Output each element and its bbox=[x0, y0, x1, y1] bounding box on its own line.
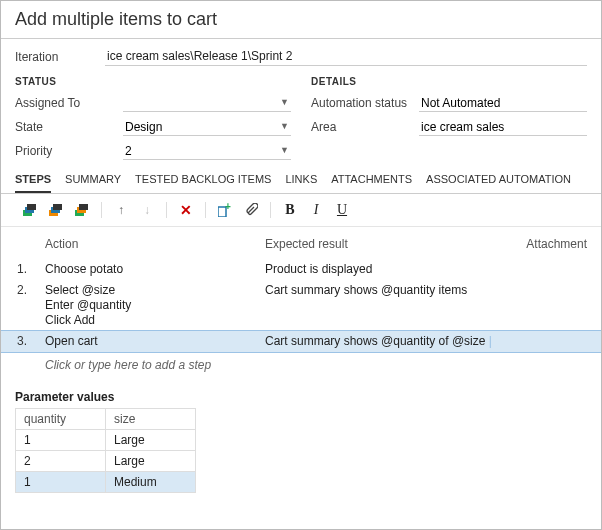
add-parameter-icon[interactable]: + bbox=[214, 200, 236, 220]
separator bbox=[166, 202, 167, 218]
area-input[interactable] bbox=[419, 119, 587, 136]
step-action[interactable]: Select @sizeEnter @quantityClick Add bbox=[45, 283, 265, 328]
param-row-selected[interactable]: 1 Medium bbox=[16, 472, 196, 493]
param-col-size[interactable]: size bbox=[106, 409, 196, 430]
details-heading: DETAILS bbox=[311, 76, 587, 87]
assigned-to-label: Assigned To bbox=[15, 96, 123, 110]
tab-attachments[interactable]: ATTACHMENTS bbox=[331, 173, 412, 193]
assigned-to-input[interactable] bbox=[123, 95, 291, 112]
status-heading: STATUS bbox=[15, 76, 291, 87]
parameter-values-heading: Parameter values bbox=[15, 390, 587, 404]
step-row-selected[interactable]: 3. Open cart Cart summary shows @quantit… bbox=[1, 331, 601, 352]
separator bbox=[270, 202, 271, 218]
param-row[interactable]: 2 Large bbox=[16, 451, 196, 472]
param-cell[interactable]: Medium bbox=[106, 472, 196, 493]
tab-automation[interactable]: ASSOCIATED AUTOMATION bbox=[426, 173, 571, 193]
automation-status-input[interactable] bbox=[419, 95, 587, 112]
col-attachment: Attachment bbox=[495, 237, 587, 251]
col-action: Action bbox=[45, 237, 265, 251]
state-label: State bbox=[15, 120, 123, 134]
step-row[interactable]: 2. Select @sizeEnter @quantityClick Add … bbox=[15, 280, 587, 331]
attach-icon[interactable] bbox=[240, 200, 262, 220]
steps-header: Action Expected result Attachment bbox=[15, 233, 587, 259]
insert-shared-step-icon[interactable] bbox=[45, 200, 67, 220]
param-cell[interactable]: 1 bbox=[16, 430, 106, 451]
parameter-table: quantity size 1 Large 2 Large 1 Medium bbox=[15, 408, 196, 493]
underline-icon[interactable]: U bbox=[331, 200, 353, 220]
tab-backlog[interactable]: TESTED BACKLOG ITEMS bbox=[135, 173, 271, 193]
insert-step-icon[interactable] bbox=[19, 200, 41, 220]
separator bbox=[101, 202, 102, 218]
step-number: 2. bbox=[15, 283, 45, 297]
separator bbox=[205, 202, 206, 218]
tab-summary[interactable]: SUMMARY bbox=[65, 173, 121, 193]
tab-steps[interactable]: STEPS bbox=[15, 173, 51, 193]
step-expected[interactable]: Cart summary shows @quantity items bbox=[265, 283, 495, 297]
svg-text:+: + bbox=[225, 203, 231, 212]
param-cell[interactable]: 2 bbox=[16, 451, 106, 472]
col-expected: Expected result bbox=[265, 237, 495, 251]
param-cell[interactable]: Large bbox=[106, 451, 196, 472]
state-input[interactable] bbox=[123, 119, 291, 136]
move-up-icon[interactable]: ↑ bbox=[110, 200, 132, 220]
priority-label: Priority bbox=[15, 144, 123, 158]
step-expected[interactable]: Cart summary shows @quantity of @size | bbox=[265, 334, 495, 348]
svg-rect-2 bbox=[27, 204, 36, 210]
move-down-icon[interactable]: ↓ bbox=[136, 200, 158, 220]
bold-icon[interactable]: B bbox=[279, 200, 301, 220]
iteration-input[interactable] bbox=[105, 47, 587, 66]
iteration-label: Iteration bbox=[15, 50, 105, 64]
create-shared-step-icon[interactable] bbox=[71, 200, 93, 220]
svg-rect-8 bbox=[79, 204, 88, 210]
area-label: Area bbox=[311, 120, 419, 134]
step-action[interactable]: Choose potato bbox=[45, 262, 265, 277]
step-number: 3. bbox=[15, 334, 45, 348]
tab-links[interactable]: LINKS bbox=[285, 173, 317, 193]
priority-input[interactable] bbox=[123, 143, 291, 160]
param-row[interactable]: 1 Large bbox=[16, 430, 196, 451]
param-cell[interactable]: Large bbox=[106, 430, 196, 451]
param-col-quantity[interactable]: quantity bbox=[16, 409, 106, 430]
step-row[interactable]: 1. Choose potato Product is displayed bbox=[15, 259, 587, 280]
steps-toolbar: ↑ ↓ ✕ + B I U bbox=[1, 194, 601, 227]
page-title: Add multiple items to cart bbox=[1, 1, 601, 39]
add-step-placeholder[interactable]: Click or type here to add a step bbox=[15, 352, 587, 382]
tabs: STEPS SUMMARY TESTED BACKLOG ITEMS LINKS… bbox=[1, 165, 601, 194]
automation-status-label: Automation status bbox=[311, 96, 419, 110]
step-action[interactable]: Open cart bbox=[45, 334, 265, 349]
svg-rect-5 bbox=[53, 204, 62, 210]
step-number: 1. bbox=[15, 262, 45, 276]
delete-icon[interactable]: ✕ bbox=[175, 200, 197, 220]
step-expected[interactable]: Product is displayed bbox=[265, 262, 495, 276]
param-cell[interactable]: 1 bbox=[16, 472, 106, 493]
italic-icon[interactable]: I bbox=[305, 200, 327, 220]
